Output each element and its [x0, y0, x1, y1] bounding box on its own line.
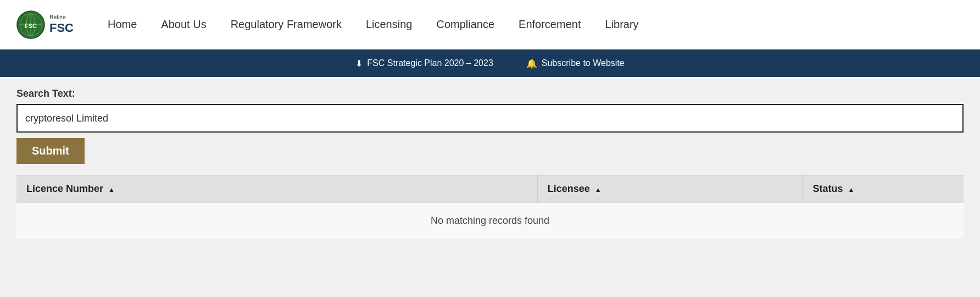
nav-item-licensing[interactable]: Licensing — [354, 18, 425, 30]
navbar: FSC Belize FSC Home About Us Regulatory … — [0, 0, 980, 50]
licensee-sort-icon: ▲ — [595, 186, 602, 194]
results-table: Licence Number ▲ Licensee ▲ Status ▲ No … — [16, 175, 964, 239]
no-records-message: No matching records found — [16, 203, 964, 239]
blue-banner: ⬇ FSC Strategic Plan 2020 – 2023 🔔 Subsc… — [0, 50, 980, 77]
column-header-status[interactable]: Status ▲ — [803, 175, 964, 203]
bell-icon: 🔔 — [526, 58, 537, 69]
logo-fsc-text: FSC — [49, 21, 74, 35]
strategic-plan-link[interactable]: ⬇ FSC Strategic Plan 2020 – 2023 — [355, 58, 493, 69]
nav-item-enforcement[interactable]: Enforcement — [506, 18, 593, 30]
logo-area[interactable]: FSC Belize FSC — [16, 10, 74, 39]
no-records-row: No matching records found — [16, 203, 964, 239]
nav-links: Home About Us Regulatory Framework Licen… — [96, 18, 651, 31]
nav-item-regulatory-framework[interactable]: Regulatory Framework — [219, 18, 354, 30]
fsc-logo-icon: FSC — [16, 10, 45, 39]
status-label: Status — [812, 183, 843, 194]
submit-button[interactable]: Submit — [16, 138, 85, 164]
svg-text:FSC: FSC — [25, 23, 37, 29]
logo-belize-text: Belize — [49, 14, 74, 21]
table-body: No matching records found — [16, 203, 964, 239]
nav-item-about-us[interactable]: About Us — [149, 18, 218, 30]
strategic-plan-label: FSC Strategic Plan 2020 – 2023 — [367, 58, 493, 68]
nav-item-library[interactable]: Library — [593, 18, 650, 30]
search-input[interactable] — [16, 104, 964, 133]
status-sort-icon: ▲ — [848, 186, 854, 194]
main-content: Search Text: Submit Licence Number ▲ Lic… — [0, 77, 980, 250]
subscribe-link[interactable]: 🔔 Subscribe to Website — [526, 58, 625, 69]
licence-number-label: Licence Number — [26, 183, 103, 194]
licensee-label: Licensee — [548, 183, 590, 194]
download-icon: ⬇ — [355, 58, 363, 69]
nav-item-compliance[interactable]: Compliance — [424, 18, 506, 30]
table-header: Licence Number ▲ Licensee ▲ Status ▲ — [16, 175, 964, 203]
column-header-licensee[interactable]: Licensee ▲ — [537, 175, 803, 203]
subscribe-label: Subscribe to Website — [542, 58, 625, 68]
nav-item-home[interactable]: Home — [96, 18, 149, 30]
search-label: Search Text: — [16, 88, 964, 100]
column-header-licence-number[interactable]: Licence Number ▲ — [16, 175, 537, 203]
licence-number-sort-icon: ▲ — [108, 186, 115, 194]
